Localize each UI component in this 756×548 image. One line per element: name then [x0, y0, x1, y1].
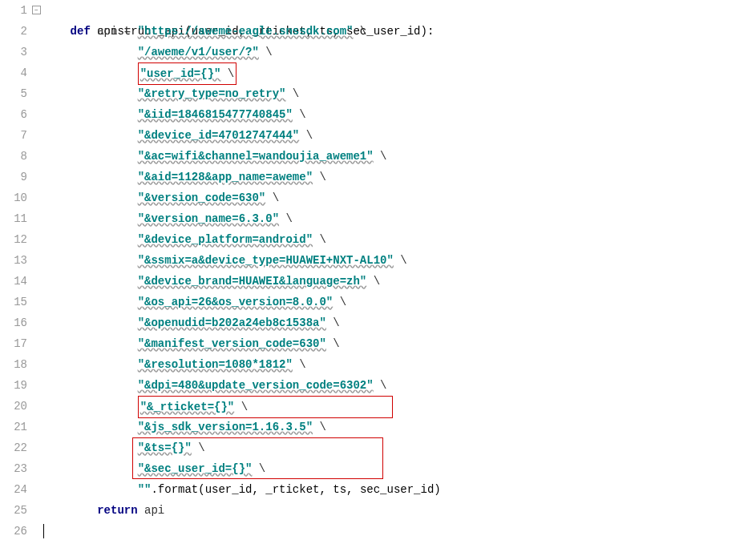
string-literal: "&openudid=b202a24eb8c1538a" [138, 316, 326, 329]
line-number: 8 [0, 146, 27, 167]
code-line[interactable]: "&iid=1846815477740845" \ [43, 104, 756, 125]
continuation: \ [192, 441, 205, 454]
indent [43, 401, 138, 413]
code-line[interactable]: "".format(user_id, _rticket, ts, sec_use… [43, 479, 756, 500]
line-number: 13 [0, 250, 27, 271]
line-number: 6 [0, 104, 27, 125]
code-line[interactable]: "&sec_user_id={}" \ [43, 458, 756, 479]
code-line[interactable]: "&device_platform=android" \ [43, 229, 756, 250]
string-literal: "" [138, 483, 152, 496]
code-line[interactable]: "&resolution=1080*1812" \ [43, 354, 756, 375]
indent [43, 504, 97, 517]
code-line[interactable]: "&dpi=480&update_version_code=6302" \ [43, 375, 756, 396]
string-literal: "/aweme/v1/user/?" [138, 46, 259, 58]
continuation: \ [252, 462, 265, 475]
continuation: \ [374, 150, 387, 163]
continuation: \ [279, 212, 293, 225]
code-line[interactable]: "&device_id=47012747444" \ [43, 125, 756, 146]
code-line[interactable]: "&ts={}" \ [43, 437, 756, 458]
indent [43, 46, 138, 58]
continuation: \ [299, 129, 313, 142]
indent [43, 25, 97, 38]
indent [43, 421, 138, 433]
continuation: \ [285, 87, 299, 100]
method-call: .format(user_id, _rticket, ts, sec_user_… [151, 483, 440, 496]
indent [43, 191, 138, 204]
indent [43, 337, 138, 350]
indent [43, 87, 138, 100]
code-editor[interactable]: −def construct_api(user_id, _rticket, ts… [40, 0, 756, 542]
code-line[interactable] [43, 521, 756, 542]
line-number-gutter: 1 2 3 4 5 6 7 8 9 10 11 12 13 14 15 16 1… [0, 0, 40, 542]
string-literal: "&iid=1846815477740845" [138, 108, 293, 121]
line-number: 9 [0, 167, 27, 187]
keyword-return: return [97, 504, 144, 517]
line-number: 16 [0, 312, 27, 333]
line-number: 26 [0, 521, 27, 542]
string-literal: "&dpi=480&update_version_code=6302" [138, 379, 374, 392]
string-literal: "&os_api=26&os_version=8.0.0" [138, 296, 334, 308]
code-line[interactable]: "&os_api=26&os_version=8.0.0" \ [43, 292, 756, 312]
continuation: \ [313, 171, 326, 183]
continuation: \ [313, 233, 326, 246]
indent [43, 358, 138, 371]
fold-marker-icon[interactable]: − [32, 6, 41, 14]
line-number: 18 [0, 354, 27, 375]
continuation: \ [234, 401, 248, 413]
indent [43, 108, 138, 121]
code-line[interactable]: "&retry_type=no_retry" \ [43, 83, 756, 104]
string-literal: "&ac=wifi&channel=wandoujia_aweme1" [138, 150, 374, 163]
indent [43, 171, 138, 183]
continuation: \ [293, 108, 306, 121]
line-number: 11 [0, 208, 27, 229]
string-literal: "https://aweme-eagle.snssdk.com" [138, 25, 354, 38]
continuation: \ [394, 254, 407, 267]
line-number: 5 [0, 83, 27, 104]
code-line[interactable]: "&version_code=630" \ [43, 187, 756, 208]
indent [43, 275, 138, 288]
return-value: api [144, 504, 164, 517]
line-number: 20 [0, 396, 27, 417]
line-number: 25 [0, 500, 27, 521]
indent [43, 233, 138, 246]
code-line[interactable]: "&ssmix=a&device_type=HUAWEI+NXT-AL10" \ [43, 250, 756, 271]
line-number: 2 [0, 21, 27, 42]
line-number: 22 [0, 437, 27, 458]
code-line[interactable]: "&version_name=6.3.0" \ [43, 208, 756, 229]
string-literal: "&version_name=6.3.0" [138, 212, 279, 225]
line-number: 7 [0, 125, 27, 146]
continuation: \ [265, 191, 279, 204]
line-number: 23 [0, 458, 27, 479]
string-literal: "&js_sdk_version=1.16.3.5" [138, 421, 313, 433]
code-line[interactable]: −def construct_api(user_id, _rticket, ts… [43, 0, 756, 21]
code-line[interactable]: "&_rticket={}" \ [43, 396, 756, 417]
continuation: \ [220, 67, 234, 80]
indent [43, 316, 138, 329]
string-literal: "&retry_type=no_retry" [138, 87, 286, 100]
indent [43, 212, 138, 225]
indent [43, 150, 138, 163]
string-literal: "&_rticket={}" [140, 401, 235, 413]
code-line[interactable]: "&js_sdk_version=1.16.3.5" \ [43, 417, 756, 437]
code-line[interactable]: "&aid=1128&app_name=aweme" \ [43, 167, 756, 187]
code-line[interactable]: "&ac=wifi&channel=wandoujia_aweme1" \ [43, 146, 756, 167]
indent [43, 483, 138, 496]
line-number: 1 [0, 0, 27, 21]
code-line[interactable]: api = "https://aweme-eagle.snssdk.com" \ [43, 21, 756, 42]
indent [43, 379, 138, 392]
continuation: \ [326, 316, 340, 329]
code-line[interactable]: "&device_brand=HUAWEI&language=zh" \ [43, 271, 756, 292]
indent [43, 67, 138, 80]
code-line[interactable]: "&manifest_version_code=630" \ [43, 333, 756, 354]
continuation: \ [326, 337, 340, 350]
code-line[interactable]: return api [43, 500, 756, 521]
string-literal: "&ts={}" [138, 441, 192, 454]
code-line[interactable]: "&openudid=b202a24eb8c1538a" \ [43, 312, 756, 333]
string-literal: "&resolution=1080*1812" [138, 358, 293, 371]
code-line[interactable]: "/aweme/v1/user/?" \ [43, 42, 756, 62]
code-line[interactable]: "user_id={}" \ [43, 62, 756, 83]
indent [43, 129, 138, 142]
indent [43, 254, 138, 267]
string-literal: "&device_platform=android" [138, 233, 313, 246]
string-literal: "&device_brand=HUAWEI&language=zh" [138, 275, 367, 288]
